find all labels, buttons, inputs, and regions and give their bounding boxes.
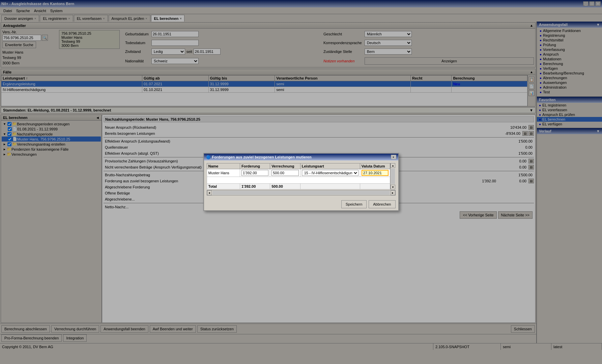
modal-content: Name Forderung Verrechnung Leistungsart … [204,160,398,198]
modal-buttons: Speichern Abbrechen [204,198,398,210]
modal-cell-forderung [240,169,270,177]
modal-verrechnung-input[interactable] [271,170,299,176]
modal-close-btn[interactable]: × [391,155,396,159]
modal-forderung-input[interactable] [241,170,268,176]
modal-scroll-thumb [391,169,395,184]
modal-scroll-down[interactable]: ▼ [391,185,395,189]
modal-empty-row [207,177,390,184]
modal-table-container: Name Forderung Verrechnung Leistungsart … [207,163,396,189]
modal-col-valuta: Valuta Datum [360,163,390,169]
modal-hscroll-right[interactable]: ► [391,190,395,195]
modal-hscrollbar: ◄ ► [207,190,396,195]
modal-overlay: 🔵 Forderungen aus zuviel bezogenen Leist… [0,0,602,364]
modal-total-forderung: 1'392.00 [240,184,270,189]
modal-leistungsart-select[interactable]: 15 - IV-Hilflosenentschädigung [302,170,359,176]
modal-col-forderung: Forderung [240,163,270,169]
modal-save-btn[interactable]: Speichern [341,200,367,208]
modal-title-bar: 🔵 Forderungen aus zuviel bezogenen Leist… [204,154,398,160]
modal-table-row: Muster Hans 15 - IV-Hilflosenentschädigu… [207,169,390,177]
modal-table: Name Forderung Verrechnung Leistungsart … [207,163,390,189]
modal-total-verrechnung: 500.00 [270,184,300,189]
modal-total-leistungsart [300,184,360,189]
modal-col-verrechnung: Verrechnung [270,163,300,169]
modal-cell-name: Muster Hans [207,169,240,177]
modal-cell-leistungsart: 15 - IV-Hilflosenentschädigung [300,169,360,177]
modal-forderungen: 🔵 Forderungen aus zuviel bezogenen Leist… [203,153,399,211]
modal-total-valuta [360,184,390,189]
modal-cancel-btn[interactable]: Abbrechen [369,200,395,208]
modal-hscroll-thumb [212,191,390,195]
modal-scrollbar: ▲ ▼ [390,163,396,189]
modal-cell-valuta [360,169,390,177]
modal-title: Forderungen aus zuviel bezogenen Leistun… [212,155,391,159]
modal-scroll-up[interactable]: ▲ [391,163,395,168]
modal-hscroll-left[interactable]: ◄ [207,190,212,195]
modal-col-name: Name [207,163,240,169]
modal-valuta-input[interactable] [362,170,389,176]
modal-total-row: Total 1'392.00 500.00 [207,184,390,189]
modal-cell-verrechnung [270,169,300,177]
modal-total-label: Total [207,184,240,189]
modal-icon: 🔵 [206,155,211,159]
modal-col-leistungsart: Leistungsart [300,163,360,169]
